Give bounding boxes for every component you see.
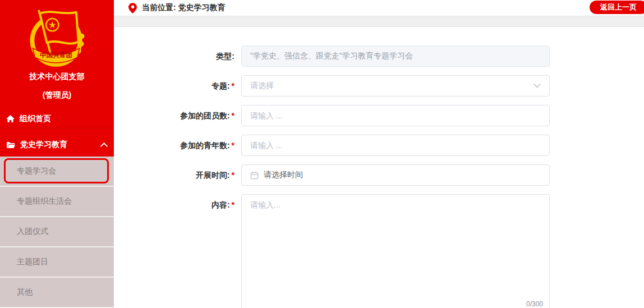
form-row-member-count: 参加的团员数:* bbox=[114, 105, 644, 126]
sidebar-group-party-history-education[interactable]: 党史学习教育 bbox=[0, 134, 114, 157]
submenu-item-topic-study-meeting[interactable]: 专题学习会 bbox=[0, 157, 114, 187]
chevron-up-icon[interactable] bbox=[100, 142, 108, 147]
required-marker: * bbox=[232, 81, 234, 90]
field-label: 参加的青年数:* bbox=[114, 135, 241, 151]
type-field bbox=[241, 45, 550, 67]
field-label: 专题:* bbox=[114, 75, 241, 91]
topic-select[interactable]: 请选择 bbox=[241, 75, 550, 96]
required-marker: * bbox=[232, 171, 234, 180]
main-area: 当前位置: 党史学习教育 返回上一页 类型: 专题:* 请选择 bbox=[114, 0, 644, 308]
svg-text:★: ★ bbox=[48, 20, 56, 30]
league-emblem-logo: ★ 中国共青团 bbox=[0, 7, 114, 68]
submenu-item-other[interactable]: 其他 bbox=[0, 278, 114, 308]
sidebar-item-label: 组织首页 bbox=[20, 114, 51, 124]
required-marker: * bbox=[232, 200, 234, 209]
select-placeholder: 请选择 bbox=[250, 81, 274, 91]
youth-count-input[interactable] bbox=[241, 135, 550, 156]
submenu-party-history: 专题学习会 专题组织生活会 入团仪式 主题团日 其他 bbox=[0, 157, 114, 308]
content-textarea[interactable] bbox=[241, 194, 550, 308]
folder-open-icon bbox=[6, 141, 15, 149]
form-row-topic: 专题:* 请选择 bbox=[114, 75, 644, 96]
field-label: 类型: bbox=[114, 45, 241, 62]
required-marker: * bbox=[232, 141, 234, 150]
submenu-item-label: 专题学习会 bbox=[17, 166, 56, 176]
field-label: 开展时间:* bbox=[114, 164, 241, 181]
sidebar-group-label: 党史学习教育 bbox=[20, 140, 67, 150]
secondary-bar bbox=[114, 16, 644, 27]
member-count-input[interactable] bbox=[241, 105, 550, 126]
emblem-banner-text: 中国共青团 bbox=[39, 51, 72, 59]
topbar: 当前位置: 党史学习教育 返回上一页 bbox=[114, 0, 644, 16]
form-row-type: 类型: bbox=[114, 45, 644, 67]
home-icon bbox=[6, 115, 15, 123]
submenu-item-label: 主题团日 bbox=[17, 257, 48, 267]
form-row-youth-count: 参加的青年数:* bbox=[114, 135, 644, 156]
field-label: 内容:* bbox=[114, 194, 241, 210]
submenu-item-theme-league-day[interactable]: 主题团日 bbox=[0, 247, 114, 278]
back-button[interactable]: 返回上一页 bbox=[590, 1, 644, 14]
org-role: (管理员) bbox=[0, 90, 114, 100]
submenu-item-label: 专题组织生活会 bbox=[17, 196, 72, 206]
field-label: 参加的团员数:* bbox=[114, 105, 241, 121]
location-pin-icon bbox=[128, 3, 137, 13]
sidebar: ★ 中国共青团 技术中心团支部 (管理员) 组织首页 党史学习教育 专题学习会 … bbox=[0, 0, 114, 308]
required-marker: * bbox=[232, 111, 234, 120]
calendar-icon bbox=[250, 171, 259, 180]
org-name: 技术中心团支部 bbox=[0, 72, 114, 82]
submenu-item-label: 入团仪式 bbox=[17, 227, 48, 237]
submenu-item-org-life-meeting[interactable]: 专题组织生活会 bbox=[0, 187, 114, 217]
form-row-content: 内容:* 0/300 bbox=[114, 194, 644, 308]
form-row-start-time: 开展时间:* 请选择时间 bbox=[114, 164, 644, 186]
date-picker[interactable]: 请选择时间 bbox=[241, 164, 550, 186]
sidebar-item-org-home[interactable]: 组织首页 bbox=[0, 111, 114, 128]
chevron-down-icon bbox=[533, 84, 541, 88]
date-placeholder: 请选择时间 bbox=[264, 170, 303, 180]
char-counter: 0/300 bbox=[526, 301, 543, 307]
form-content: 类型: 专题:* 请选择 参加的团员数:* bbox=[114, 27, 644, 308]
breadcrumb: 当前位置: 党史学习教育 bbox=[142, 3, 226, 13]
submenu-item-label: 其他 bbox=[17, 287, 33, 297]
submenu-item-joining-ceremony[interactable]: 入团仪式 bbox=[0, 217, 114, 247]
